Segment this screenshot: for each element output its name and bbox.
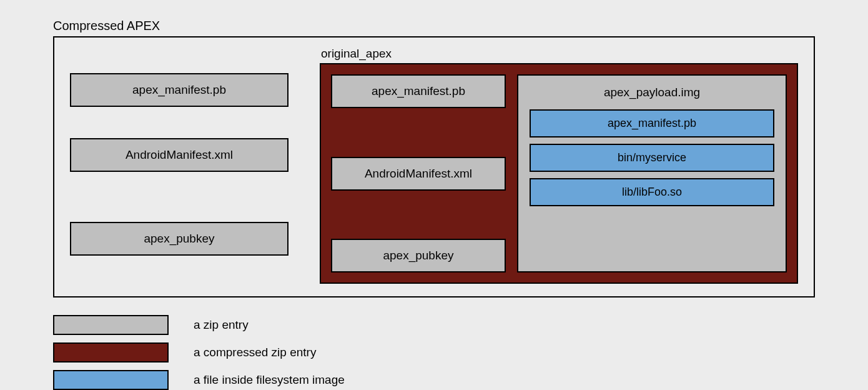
apex-payload-container: apex_payload.img apex_manifest.pb bin/my… xyxy=(517,74,787,272)
legend-row: a compressed zip entry xyxy=(53,342,868,362)
legend-swatch-gray xyxy=(53,315,169,335)
filesystem-file: bin/myservice xyxy=(530,144,774,172)
legend-text: a file inside filesystem image xyxy=(194,373,345,387)
payload-title: apex_payload.img xyxy=(530,82,774,109)
legend-row: a zip entry xyxy=(53,315,868,335)
zip-entry: apex_manifest.pb xyxy=(70,73,289,107)
compressed-zip-entry: apex_manifest.pb AndroidManifest.xml ape… xyxy=(320,63,798,284)
legend-text: a zip entry xyxy=(194,318,249,332)
legend-swatch-blue xyxy=(53,370,169,390)
outer-zip-entries: apex_manifest.pb AndroidManifest.xml ape… xyxy=(70,47,289,284)
zip-entry: AndroidManifest.xml xyxy=(331,157,506,191)
zip-entry: AndroidManifest.xml xyxy=(70,138,289,172)
zip-entry: apex_pubkey xyxy=(70,222,289,256)
compressed-apex-container: apex_manifest.pb AndroidManifest.xml ape… xyxy=(53,36,815,298)
inner-zip-entries: apex_manifest.pb AndroidManifest.xml ape… xyxy=(331,74,506,272)
original-apex-label: original_apex xyxy=(321,47,798,61)
filesystem-file: apex_manifest.pb xyxy=(530,109,774,138)
legend-swatch-brown xyxy=(53,342,169,362)
legend: a zip entry a compressed zip entry a fil… xyxy=(53,315,868,390)
diagram-title: Compressed APEX xyxy=(53,19,868,33)
legend-row: a file inside filesystem image xyxy=(53,370,868,390)
legend-text: a compressed zip entry xyxy=(194,346,316,359)
zip-entry: apex_pubkey xyxy=(331,239,506,272)
zip-entry: apex_manifest.pb xyxy=(331,74,506,108)
filesystem-file: lib/libFoo.so xyxy=(530,178,774,206)
